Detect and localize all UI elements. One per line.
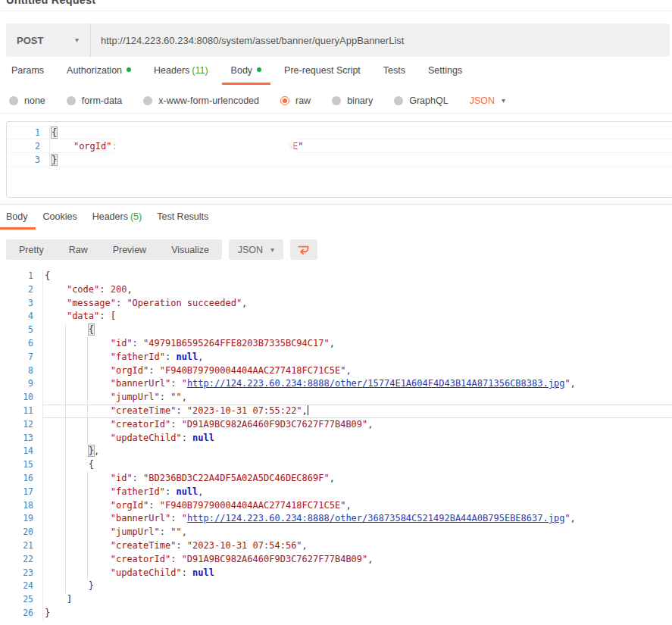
code-token: : (116, 298, 127, 308)
code-token: "D91A9BC982A6460F9D3C7627F77B4B09" (182, 419, 368, 430)
radio-raw[interactable]: raw (280, 95, 311, 106)
code-line: 9 "bannerUrl": "http://124.223.60.234:88… (0, 377, 672, 391)
code-token: 200 (111, 284, 127, 295)
line-number: 12 (0, 418, 43, 432)
code-token: "bannerUrl" (111, 513, 170, 523)
radio-form-data[interactable]: form-data (67, 95, 123, 106)
tab-tests[interactable]: Tests (383, 65, 405, 85)
code-line: 17 "fatherId": null, (0, 486, 672, 499)
response-tab-test-results[interactable]: Test Results (157, 211, 208, 230)
tab-authorization[interactable]: Authorization (67, 65, 131, 85)
indent-guide (87, 391, 88, 405)
tab-params[interactable]: Params (11, 65, 44, 85)
indent-guide (65, 418, 66, 432)
code-token: : (133, 473, 143, 483)
method-select[interactable]: POST ▾ (6, 23, 91, 57)
response-tab-headers[interactable]: Headers(5) (92, 211, 142, 230)
code-token: { (45, 270, 50, 281)
code-token: "jumpUrl" (111, 392, 160, 402)
radio-form-data-label: form-data (82, 95, 123, 106)
response-format-label: JSON (238, 245, 263, 255)
indent-guide (87, 512, 88, 526)
code-token: "fatherId" (111, 352, 165, 362)
code-token: "" (170, 392, 181, 402)
indent-guide (87, 472, 88, 486)
code-line: 4 "data": [ (0, 310, 672, 323)
code-line: 11 "createTime": "2023-10-31 07:55:22", (0, 405, 672, 418)
code-text: "updateChild": null (43, 567, 214, 580)
code-token: : (111, 141, 117, 152)
response-format-select[interactable]: JSON ▾ (229, 239, 283, 260)
line-number: 18 (0, 499, 43, 513)
code-text: "code": 200, (43, 283, 133, 297)
code-token: : [ (99, 311, 116, 321)
radio-graphql[interactable]: GraphQL (394, 95, 448, 106)
indent-guide (65, 458, 66, 472)
code-token: "orgId" (73, 141, 112, 152)
code-token: "code" (67, 284, 99, 295)
line-number: 3 (7, 153, 50, 167)
radio-none-label: none (24, 95, 45, 106)
indent-guide (65, 580, 66, 593)
tab-pre-request-script[interactable]: Pre-request Script (284, 65, 361, 85)
code-token: null (192, 567, 214, 578)
code-token: " (182, 378, 187, 389)
code-text: "orgId": "F940B79790004404AAC277418FC71C… (43, 364, 352, 378)
response-body-editor[interactable]: 1{2 "code": 200,3 "message": "Operation … (0, 270, 672, 620)
indent-guide (87, 486, 88, 499)
request-body-editor[interactable]: 1{2 "orgId":" 5E"3} (6, 121, 672, 198)
line-number: 3 (0, 297, 43, 311)
radio-none[interactable]: none (9, 95, 45, 106)
code-text: } (43, 607, 50, 620)
code-token: "" (170, 527, 181, 537)
tab-settings[interactable]: Settings (428, 65, 462, 85)
code-token: : (165, 486, 176, 497)
indent-guide (65, 472, 66, 486)
code-token: : (160, 392, 170, 402)
tab-headers-label: Headers (154, 65, 189, 76)
radio-form-data-circle (67, 96, 76, 105)
code-token: : (148, 365, 159, 376)
radio-urlencoded[interactable]: x-www-form-urlencoded (143, 95, 259, 106)
indent-guide (65, 323, 66, 337)
radio-raw-label: raw (295, 95, 311, 106)
code-token: "D91A9BC982A6460F9D3C7627F77B4B09" (182, 554, 368, 564)
url-input[interactable]: http://124.223.60.234:8080/system/asset/… (91, 35, 670, 46)
tab-headers[interactable]: Headers(11) (154, 65, 208, 85)
code-line: 7 "fatherId": null, (0, 351, 672, 364)
response-tab-cookies[interactable]: Cookies (43, 211, 77, 230)
response-tab-body[interactable]: Body (0, 211, 36, 230)
indent-guide (65, 377, 66, 391)
code-line: 12 "creatorId": "D91A9BC982A6460F9D3C762… (0, 418, 672, 432)
code-token: "49791B6595264FFE8203B7335BC94C17" (143, 338, 330, 348)
line-number: 19 (0, 512, 43, 526)
response-tabs: Body Cookies Headers(5) Test Results (6, 211, 208, 230)
code-token: , (367, 419, 373, 430)
url-link[interactable]: http://124.223.60.234:8888/other/15774E1… (187, 378, 565, 389)
code-token: "createTime" (111, 405, 177, 416)
line-number: 20 (0, 526, 43, 539)
code-token: , (345, 365, 351, 376)
indent-guide (87, 539, 88, 553)
code-token: "fatherId" (111, 486, 165, 497)
code-token: , (198, 486, 203, 497)
code-text: }, (43, 445, 99, 458)
code-token: } (52, 155, 57, 165)
code-text: "createTime": "2023-10-31 07:55:22", (43, 405, 308, 418)
code-line: 26} (0, 607, 672, 620)
indent-guide (87, 499, 88, 513)
view-pretty-button[interactable]: Pretty (19, 245, 44, 255)
url-link[interactable]: http://124.223.60.234:8888/other/3687358… (187, 513, 565, 523)
view-raw-button[interactable]: Raw (69, 245, 88, 255)
code-token: " (182, 513, 187, 523)
raw-language-select[interactable]: JSON▾ (470, 95, 505, 106)
code-token: , (570, 513, 576, 523)
code-token: { (52, 127, 57, 138)
wrap-line-button[interactable] (290, 239, 317, 260)
code-token: " (564, 378, 570, 389)
view-preview-button[interactable]: Preview (113, 245, 146, 255)
radio-binary[interactable]: binary (332, 95, 373, 106)
tab-body[interactable]: Body (222, 65, 271, 85)
view-visualize-button[interactable]: Visualize (171, 245, 209, 255)
indent-guide (65, 364, 66, 378)
